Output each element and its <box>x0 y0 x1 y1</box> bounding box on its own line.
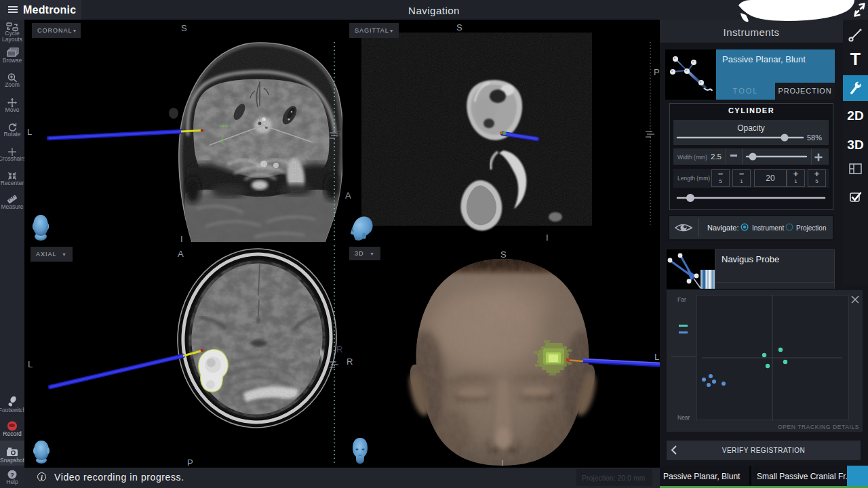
svg-text:T: T <box>850 49 861 68</box>
svg-text:58%: 58% <box>807 134 822 142</box>
svg-text:Recenter: Recenter <box>1 180 24 186</box>
svg-text:Measure: Measure <box>1 203 23 210</box>
svg-text:Layouts: Layouts <box>2 36 22 43</box>
svg-text:Crosshairs: Crosshairs <box>0 155 24 162</box>
svg-text:Move: Move <box>5 106 20 113</box>
svg-text:RPA: RPA <box>220 124 228 128</box>
svg-text:?: ? <box>10 472 14 479</box>
svg-text:3D: 3D <box>847 138 863 152</box>
svg-text:2D: 2D <box>847 108 863 123</box>
svg-text:Record: Record <box>3 430 22 437</box>
svg-text:Browse: Browse <box>3 57 22 64</box>
svg-text:Help: Help <box>6 479 18 485</box>
svg-text:Snapshot: Snapshot <box>0 457 24 464</box>
svg-text:Zoom: Zoom <box>5 81 20 88</box>
svg-text:Footswitch: Footswitch <box>0 407 24 413</box>
svg-text:Rotate: Rotate <box>3 131 20 138</box>
